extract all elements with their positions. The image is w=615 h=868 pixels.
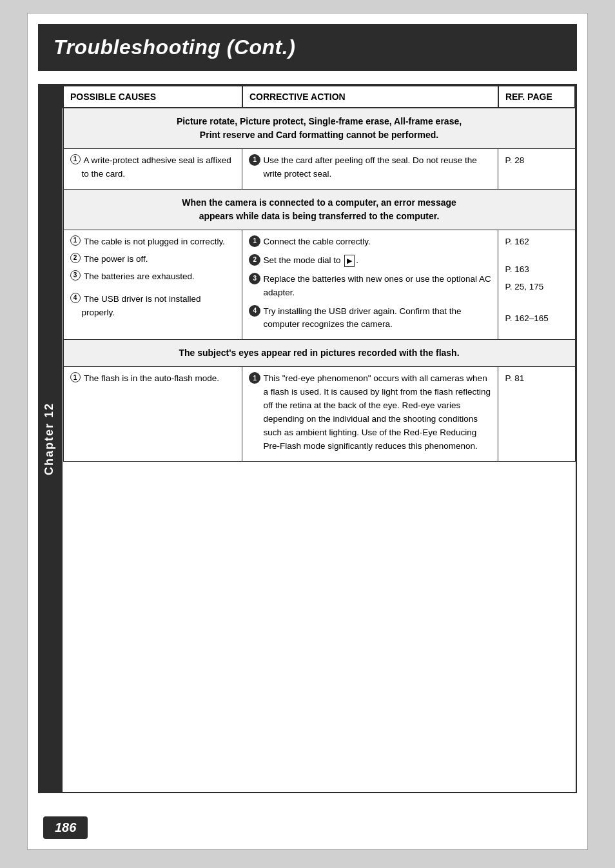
action-item: 2 Set the mode dial to ▶. — [249, 254, 491, 268]
action-bullet: 1 — [249, 235, 260, 247]
cause-item: 3 The batteries are exhausted. — [70, 270, 236, 284]
col-header-ref: REF. PAGE — [498, 86, 575, 108]
cause-number: 2 — [70, 253, 81, 263]
action-item: 1 Use the card after peeling off the sea… — [249, 154, 491, 181]
chapter-sidebar: Chapter 12 — [38, 84, 61, 793]
col-header-action: CORRECTIVE ACTION — [242, 86, 498, 108]
cause-number: 1 — [70, 154, 81, 164]
cause-item: 1 The flash is in the auto-flash mode. — [70, 372, 236, 386]
ref-cell: P. 162 P. 163 P. 25, 175 P. 162–165 — [498, 230, 575, 340]
cause-item: 1 A write-protect adhesive seal is affix… — [70, 154, 236, 181]
cause-text: The USB driver is not installed properly… — [82, 293, 236, 320]
section-header-text-1: Picture rotate, Picture protect, Single-… — [63, 108, 575, 149]
page: Troubleshooting (Cont.) Chapter 12 POSSI… — [27, 13, 588, 850]
page-number: 186 — [43, 816, 88, 839]
causes-cell: 1 The flash is in the auto-flash mode. — [63, 367, 242, 462]
action-text: Use the card after peeling off the seal.… — [263, 154, 491, 181]
chapter-label: Chapter 12 — [43, 402, 57, 475]
ref-value: P. 162 — [505, 235, 568, 249]
page-title: Troubleshooting (Cont.) — [54, 35, 561, 59]
cause-number: 4 — [70, 293, 81, 303]
ref-value: P. 25, 175 — [505, 281, 568, 294]
action-bullet: 1 — [249, 372, 260, 384]
action-bullet: 4 — [249, 305, 260, 317]
action-cell: 1 Use the card after peeling off the sea… — [242, 149, 498, 190]
action-item: 1 This "red-eye phenomenon" occurs with … — [249, 372, 491, 453]
table-row: 1 The cable is not plugged in correctly.… — [63, 230, 575, 340]
section-header-text-3: The subject's eyes appear red in picture… — [63, 340, 575, 367]
action-item: 1 Connect the cable correctly. — [249, 235, 491, 249]
ref-cell: P. 28 — [498, 149, 575, 190]
cause-text: The batteries are exhausted. — [82, 270, 236, 284]
cause-text: A write-protect adhesive seal is affixed… — [82, 154, 236, 181]
ref-value: P. 163 — [505, 263, 568, 277]
cause-item: 2 The power is off. — [70, 253, 236, 266]
mode-dial-icon: ▶ — [344, 255, 355, 267]
action-text: Try installing the USB driver again. Con… — [263, 305, 491, 332]
main-table: POSSIBLE CAUSES CORRECTIVE ACTION REF. P… — [61, 84, 577, 793]
title-bar: Troubleshooting (Cont.) — [38, 24, 577, 71]
cause-text: The flash is in the auto-flash mode. — [82, 372, 236, 386]
cause-item: 4 The USB driver is not installed proper… — [70, 293, 236, 320]
action-cell: 1 Connect the cable correctly. 2 Set the… — [242, 230, 498, 340]
table-row: 1 The flash is in the auto-flash mode. 1… — [63, 367, 575, 462]
causes-cell: 1 The cable is not plugged in correctly.… — [63, 230, 242, 340]
action-bullet: 1 — [249, 154, 260, 166]
ref-value: P. 162–165 — [505, 312, 568, 326]
cause-text: The power is off. — [82, 253, 236, 266]
section-header-1: Picture rotate, Picture protect, Single-… — [63, 108, 575, 149]
action-item: 3 Replace the batteries with new ones or… — [249, 273, 491, 300]
action-bullet: 2 — [249, 254, 260, 266]
section-header-text-2: When the camera is connected to a comput… — [63, 189, 575, 230]
section-header-3: The subject's eyes appear red in picture… — [63, 340, 575, 367]
action-bullet: 3 — [249, 273, 260, 284]
cause-text: The cable is not plugged in correctly. — [82, 235, 236, 249]
page-footer: 186 — [28, 806, 587, 849]
content-area: Chapter 12 POSSIBLE CAUSES CORRECTIVE AC… — [38, 84, 577, 793]
section-header-2: When the camera is connected to a comput… — [63, 189, 575, 230]
ref-cell: P. 81 — [498, 367, 575, 462]
col-header-causes: POSSIBLE CAUSES — [63, 86, 242, 108]
cause-number: 1 — [70, 372, 81, 382]
cause-item: 1 The cable is not plugged in correctly. — [70, 235, 236, 249]
cause-number: 3 — [70, 270, 81, 281]
action-item: 4 Try installing the USB driver again. C… — [249, 305, 491, 332]
action-text: Replace the batteries with new ones or u… — [263, 273, 491, 300]
causes-cell: 1 A write-protect adhesive seal is affix… — [63, 149, 242, 190]
action-text: Connect the cable correctly. — [263, 235, 491, 249]
table-row: 1 A write-protect adhesive seal is affix… — [63, 149, 575, 190]
action-cell: 1 This "red-eye phenomenon" occurs with … — [242, 367, 498, 462]
table-header-row: POSSIBLE CAUSES CORRECTIVE ACTION REF. P… — [63, 86, 575, 108]
action-text: Set the mode dial to ▶. — [263, 254, 491, 268]
cause-number: 1 — [70, 235, 81, 246]
action-text: This "red-eye phenomenon" occurs with al… — [263, 372, 491, 453]
